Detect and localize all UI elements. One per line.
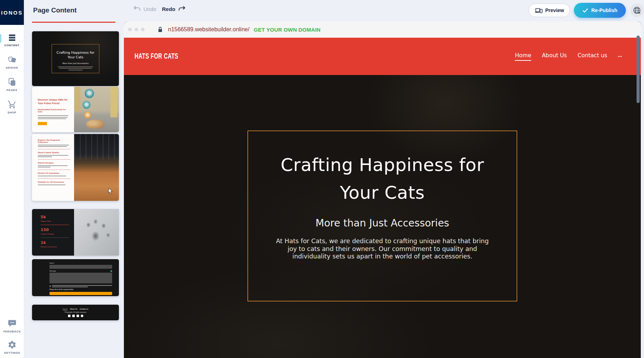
site-url: n1566589.websitebuilder.online/ [168,26,250,33]
thumb-intro-photo [74,87,119,132]
check-icon [582,8,588,13]
feature-heading: Explore Our Exquisite Collection [38,139,70,143]
micro-text-line [68,70,83,70]
micro-text-line [58,66,93,67]
active-indicator [0,34,1,43]
design-icon [7,55,17,64]
sidebar-nav: CONTENT DESIGN PAGES [0,25,24,114]
footer-link: Home [63,308,67,310]
sidebar-item-content[interactable]: CONTENT [0,33,24,47]
micro-text-line [38,118,66,119]
sidebar-item-feedback[interactable]: FEEDBACK [0,319,24,333]
social-icon [81,315,83,317]
globe-button[interactable] [630,4,644,17]
hero-body-text[interactable]: At Hats for Cats, we are dedicated to cr… [272,237,493,261]
feature-heading: Perfect Fit Guarantee [38,172,70,174]
site-nav-about[interactable]: About Us [542,52,567,61]
thumb-features-photo [74,134,119,201]
panel-title: Page Content [33,6,77,14]
window-dots [128,28,145,31]
site-header: HATS FOR CATS Home About Us Contact us •… [124,38,641,75]
stat-value: 1k [41,240,69,245]
thumb-footer-links: Home About Us Contact us [63,308,88,310]
section-thumbnail-footer[interactable]: Home About Us Contact us ©Copyright. All… [32,305,119,320]
thumb-hero-frame: Crafting Happiness for Your Cats More th… [52,44,99,73]
micro-text-line [59,68,92,69]
form-message-label: Message [49,270,56,272]
footer-link: About Us [70,308,77,310]
site-preview: n1566589.websitebuilder.online/ GET YOUR… [124,21,641,358]
lock-icon [157,26,163,33]
preview-label: Preview [545,7,564,13]
hero-section: Crafting Happiness for Your Cats More th… [124,75,641,358]
thumb-intro-heading: Discover Unique Hats for Your Feline Fri… [38,98,70,105]
site-nav-home[interactable]: Home [515,52,531,61]
thumb-stats-photo [74,209,119,256]
section-thumbnail-intro[interactable]: Discover Unique Hats for Your Feline Fri… [32,87,119,132]
section-thumbnail-contact[interactable]: Name* Message Please fill in all the req… [32,259,119,296]
form-send-button [49,292,112,295]
content-icon [7,33,17,42]
panel-title-rule [32,22,115,23]
page-content-panel: Page Content Crafting Happiness for Your… [24,0,124,358]
shop-icon [7,100,17,109]
social-icon [68,315,70,317]
section-thumbnail-features[interactable]: Explore Our Exquisite Collection Hand-Cr… [32,134,119,201]
thumb-hero-subtitle: More than Just Accessories [62,62,89,64]
form-name-label: Name* [49,262,112,264]
gear-icon [7,340,17,349]
feature-heading: Hand-Crafted Quality [38,151,70,154]
hero-title[interactable]: Crafting Happiness for Your Cats [281,151,484,207]
redo-button[interactable]: Redo [162,6,186,12]
preview-button[interactable]: Preview [529,4,570,17]
devices-icon [535,7,543,14]
section-thumbnail-hero[interactable]: Crafting Happiness for Your Cats More th… [32,31,119,86]
stat-value: 150 [41,228,69,232]
sidebar-item-design[interactable]: DESIGN [0,55,24,69]
thumb-intro-button [38,122,47,125]
micro-text-line [38,115,68,116]
hero-subtitle[interactable]: More than Just Accessories [315,217,449,229]
site-nav-contact[interactable]: Contact us [577,52,607,61]
icon-sidebar: IONOS CONTENT DESIGN [0,0,24,358]
social-icon [77,315,79,317]
redo-label: Redo [162,6,176,12]
undo-button[interactable]: Undo [133,6,156,12]
micro-text-line [52,285,112,286]
footer-social-icons [68,315,83,317]
feedback-icon [7,319,17,328]
thumb-hero-title: Crafting Happiness for Your Cats [56,50,95,60]
footer-link: Contact us [80,308,88,310]
thumb-intro-subheading: Handcrafted Exclusively for Cats [38,108,70,113]
thumb-features-list: Explore Our Exquisite Collection Hand-Cr… [32,134,74,201]
section-thumbnail-stats[interactable]: 5k Happy Cats 150 Unique Designs 1k Repe… [32,209,119,256]
get-domain-link[interactable]: GET YOUR OWN DOMAIN [254,27,321,33]
thumb-form: Name* Message Please fill in all the req… [49,262,112,295]
feature-heading: Suitable for All Occasions [38,181,70,183]
sidebar-item-shop[interactable]: SHOP [0,100,24,114]
footer-copyright: ©Copyright. All rights reserved. [64,311,87,313]
sidebar-item-settings[interactable]: SETTINGS [0,340,24,354]
site-nav: Home About Us Contact us ••• [515,52,622,61]
consent-checkbox [49,285,51,287]
browser-chrome: n1566589.websitebuilder.online/ GET YOUR… [124,21,641,38]
site-nav-more[interactable]: ••• [618,55,622,58]
sidebar-item-pages[interactable]: PAGES [0,78,24,92]
sidebar-item-label: SETTINGS [4,351,20,354]
site-logo[interactable]: HATS FOR CATS [135,52,178,61]
sidebar-bottom: FEEDBACK SETTINGS [0,319,24,354]
republish-button[interactable]: Re-Publish [574,3,626,18]
stat-value: 5k [41,215,69,219]
thumb-intro-text: Discover Unique Hats for Your Feline Fri… [32,87,74,132]
hero-selected-block[interactable]: Crafting Happiness for Your Cats More th… [247,130,517,301]
sidebar-item-label: CONTENT [4,44,20,47]
thumb-stats-list: 5k Happy Cats 150 Unique Designs 1k Repe… [32,209,74,256]
pages-icon [7,78,17,87]
republish-label: Re-Publish [591,7,617,13]
undo-icon [133,6,141,12]
micro-text-line [52,287,88,287]
stat-label: Unique Designs [41,233,69,235]
undo-label: Undo [143,6,156,12]
social-icon [72,315,75,317]
preview-scrollbar[interactable] [637,36,640,103]
